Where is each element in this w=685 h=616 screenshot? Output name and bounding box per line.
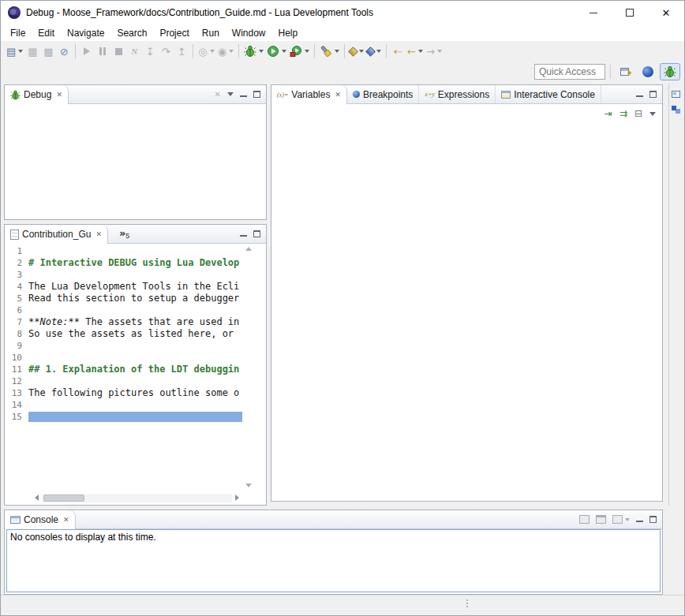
step-into-button[interactable]: ↧ (142, 43, 158, 60)
hidden-tab-count: 5 (125, 232, 129, 240)
debug-perspective-button[interactable] (660, 63, 680, 80)
view-menu-icon[interactable] (649, 112, 656, 116)
tab-close-icon[interactable]: ✕ (56, 91, 62, 99)
tab-contribution-guide[interactable]: Contribution_Gu ✕ (5, 225, 108, 244)
save-all-button[interactable]: ▩ (40, 43, 56, 60)
quick-access-input[interactable] (534, 64, 605, 80)
line-number[interactable]: 14 (5, 400, 28, 410)
last-edit-location-button[interactable]: ⇠ (390, 43, 406, 60)
maximize-view-icon[interactable] (253, 230, 260, 237)
search-button[interactable] (318, 43, 341, 60)
tab-interactive-console[interactable]: Interactive Console (496, 85, 601, 103)
line-number[interactable]: 1 (5, 246, 28, 256)
line-number[interactable]: 15 (5, 412, 28, 422)
line-number[interactable]: 10 (5, 353, 28, 363)
open-wizard-button[interactable] (365, 43, 383, 60)
menu-search[interactable]: Search (110, 26, 153, 40)
maximize-button[interactable] (612, 1, 648, 24)
menu-file[interactable]: File (4, 26, 32, 40)
collapse-all-icon[interactable]: ⊟ (634, 108, 642, 119)
menu-edit[interactable]: Edit (32, 26, 61, 40)
open-perspective-button[interactable] (616, 63, 636, 80)
scroll-down-arrow[interactable] (245, 483, 252, 487)
maximize-view-icon[interactable] (253, 91, 260, 98)
maximize-view-icon[interactable] (649, 91, 657, 98)
editor-hscrollbar[interactable] (32, 492, 242, 503)
tab-console[interactable]: Console ✕ (5, 510, 76, 529)
menu-window[interactable]: Window (226, 26, 272, 40)
scroll-right-button[interactable] (232, 493, 242, 503)
maximize-view-icon[interactable] (649, 516, 657, 523)
close-button[interactable]: ✕ (648, 1, 684, 24)
tab-close-icon[interactable]: ✕ (63, 516, 69, 524)
minimized-view-button[interactable] (670, 103, 683, 116)
show-columns-icon[interactable]: ⇉ (619, 108, 627, 119)
minimize-view-icon[interactable] (240, 235, 247, 237)
line-number[interactable]: 4 (5, 282, 28, 292)
debug-button[interactable] (242, 43, 265, 60)
step-return-button[interactable]: ↥ (174, 43, 189, 60)
variables-view-controls (636, 85, 662, 103)
editor-tab-overflow[interactable]: » 5 (119, 225, 129, 243)
view-menu-icon[interactable] (227, 92, 234, 96)
display-selected-console-icon[interactable] (596, 515, 606, 524)
line-number[interactable]: 3 (5, 270, 28, 280)
minimize-view-icon[interactable] (636, 521, 643, 522)
skip-breakpoints-icon: ⊘ (60, 47, 69, 57)
line-number[interactable]: 2 (5, 258, 28, 268)
terminate-button[interactable] (110, 43, 126, 60)
open-console-button[interactable] (612, 515, 630, 524)
hscroll-track[interactable] (42, 494, 232, 502)
save-button[interactable]: ▦ (24, 43, 40, 60)
lua-perspective-button[interactable] (638, 63, 658, 80)
resume-button[interactable] (79, 43, 95, 60)
minimize-view-icon[interactable] (240, 95, 247, 97)
debug-view-content[interactable] (5, 104, 266, 219)
new-button[interactable]: ▤ (5, 43, 24, 60)
menu-run[interactable]: Run (196, 26, 226, 40)
minimize-view-icon[interactable] (636, 95, 643, 97)
line-number[interactable]: 13 (5, 388, 28, 398)
console-content[interactable]: No consoles to display at this time. (6, 529, 661, 592)
tab-debug[interactable]: Debug ✕ (5, 85, 69, 104)
line-number[interactable]: 5 (5, 293, 28, 304)
tab-close-icon[interactable]: ✕ (95, 230, 102, 238)
line-number[interactable]: 7 (5, 317, 28, 327)
pin-console-icon[interactable] (579, 515, 590, 524)
coverage-button[interactable]: ◎ (197, 43, 215, 60)
splitter-grip[interactable] (466, 599, 468, 607)
line-number[interactable]: 12 (5, 376, 28, 386)
new-wizard-button[interactable] (348, 43, 365, 60)
line-number[interactable]: 11 (5, 364, 28, 375)
run-button[interactable] (265, 43, 288, 60)
forward-button[interactable]: → (425, 43, 444, 60)
minimize-button[interactable] (575, 1, 612, 24)
external-tools-button[interactable] (288, 43, 311, 60)
tab-expressions[interactable]: x+y Expressions (419, 85, 496, 103)
remove-terminated-icon[interactable]: ✕ (215, 90, 221, 99)
tab-variables[interactable]: (x)= Variables ✕ (271, 85, 347, 104)
suspend-button[interactable] (95, 43, 110, 60)
tab-breakpoints[interactable]: Breakpoints (347, 85, 419, 103)
restore-view-button[interactable] (670, 88, 683, 100)
back-button[interactable]: ← (406, 43, 425, 60)
scroll-left-button[interactable] (32, 493, 42, 503)
scroll-up-arrow[interactable] (245, 247, 252, 251)
menu-project[interactable]: Project (153, 26, 195, 40)
skip-breakpoints-button[interactable]: ⊘ (56, 43, 72, 60)
menu-navigate[interactable]: Navigate (61, 26, 110, 40)
tab-close-icon[interactable]: ✕ (335, 91, 341, 99)
disconnect-button[interactable]: N (126, 43, 142, 60)
editor-text-area[interactable]: 1 2# Interactive DEBUG using Lua Develop… (5, 245, 242, 491)
menu-help[interactable]: Help (272, 26, 305, 40)
variables-view-content[interactable]: ⇥ ⇉ ⊟ (271, 104, 662, 501)
step-over-button[interactable]: ↷ (158, 43, 174, 60)
hscroll-thumb[interactable] (43, 495, 84, 502)
line-number[interactable]: 9 (5, 341, 28, 351)
profile-button[interactable]: ◉ (216, 43, 235, 60)
chevron-overflow-icon: » (119, 227, 125, 239)
line-number[interactable]: 8 (5, 329, 28, 339)
editor-vscrollbar[interactable] (243, 247, 253, 487)
show-logical-structure-icon[interactable]: ⇥ (605, 108, 612, 119)
line-number[interactable]: 6 (5, 305, 28, 315)
